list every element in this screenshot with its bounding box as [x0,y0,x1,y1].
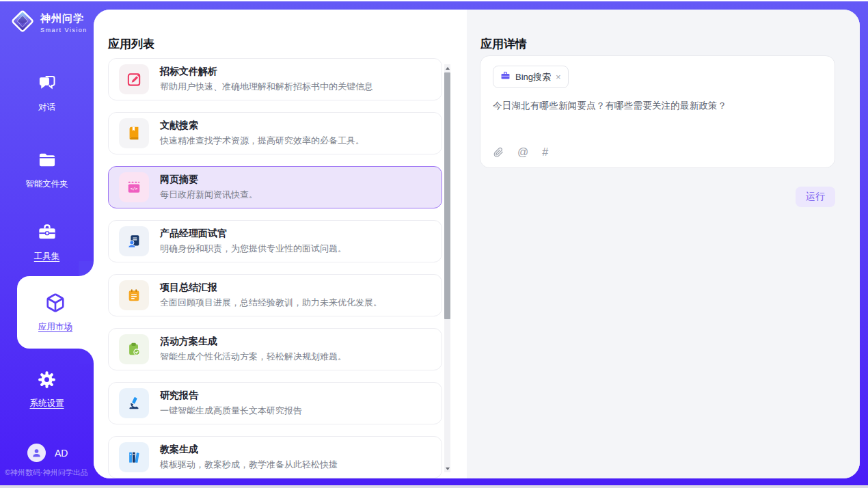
diamond-logo-icon [10,8,36,37]
app-name: 产品经理面试官 [160,228,347,240]
sidebar-item-chat[interactable]: 对话 [0,74,94,113]
app-description: 一键智能生成高质量长文本研究报告 [160,405,302,417]
app-card-event-plan[interactable]: 活动方案生成 智能生成个性化活动方案，轻松解决规划难题。 [108,328,442,370]
sidebar-item-app-market[interactable]: 应用市场 [17,276,94,349]
user-account[interactable]: AD [27,444,68,462]
content-shell: 应用列表 招标文件解析 帮助用户快速、准确地理解和解析招标书中的关键信息 [94,10,860,478]
copyright-text: ©神州数码·神州问学出品 [5,467,88,478]
app-description: 模板驱动，教案秒成，教学准备从此轻松快捷 [160,459,338,471]
app-list: 招标文件解析 帮助用户快速、准确地理解和解析招标书中的关键信息 文献搜索 快速精… [108,58,442,478]
sidebar-item-label: 对话 [38,102,55,113]
prompt-toolbar: @ # [493,147,548,158]
clipboard-check-icon [119,334,149,364]
app-name: 教案生成 [160,444,338,456]
mention-icon[interactable]: @ [517,147,528,158]
list-scrollbar[interactable] [444,64,450,472]
app-card-web-summary[interactable]: </> 网页摘要 每日政府新闻资讯快查。 [108,166,442,208]
user-name: AD [55,448,68,459]
prompt-text[interactable]: 今日湖北有哪些新闻要点？有哪些需要关注的最新政策？ [493,100,822,112]
book-icon [119,118,149,148]
app-description: 帮助用户快速、准确地理解和解析招标书中的关键信息 [160,81,373,93]
note-icon [119,280,149,310]
sidebar-item-settings[interactable]: 系统设置 [0,370,94,409]
chat-icon [38,74,57,96]
briefcase-icon [500,70,511,83]
person-document-icon [119,226,149,256]
app-card-bid-parse[interactable]: 招标文件解析 帮助用户快速、准确地理解和解析招标书中的关键信息 [108,58,442,100]
tab-curve-top [79,261,94,276]
close-icon[interactable]: × [556,72,561,81]
app-detail-title: 应用详情 [480,36,527,52]
sidebar-item-smart-folders[interactable]: 智能文件夹 [0,150,94,190]
sidebar-item-label: 智能文件夹 [25,178,68,190]
prompt-card[interactable]: Bing搜索 × 今日湖北有哪些新闻要点？有哪些需要关注的最新政策？ @ # [480,55,835,168]
attachment-icon[interactable] [493,147,504,158]
app-name: 网页摘要 [160,174,258,186]
app-list-title: 应用列表 [108,36,154,52]
books-icon [119,442,149,472]
app-name: 活动方案生成 [160,336,347,348]
app-card-project-summary[interactable]: 项目总结汇报 全面回顾项目进展，总结经验教训，助力未来优化发展。 [108,274,442,316]
svg-text:</>: </> [131,187,138,191]
logo-title: 神州问学 [40,12,87,25]
sidebar-item-label: 工具集 [34,251,60,262]
app-card-literature-search[interactable]: 文献搜索 快速精准查找学术资源，提高研究效率的必备工具。 [108,112,442,154]
app-logo: 神州问学 Smart Vision [10,8,87,37]
app-card-pm-interviewer[interactable]: 产品经理面试官 明确身份和职责，为您提供专业性的面试问题。 [108,220,442,262]
avatar [27,444,46,462]
app-description: 智能生成个性化活动方案，轻松解决规划难题。 [160,351,347,363]
gear-icon [38,370,56,392]
scroll-up-button[interactable] [444,64,450,72]
tool-tag-bing-search[interactable]: Bing搜索 × [493,66,569,88]
app-list-panel: 应用列表 招标文件解析 帮助用户快速、准确地理解和解析招标书中的关键信息 [94,10,467,478]
logo-subtitle: Smart Vision [40,27,87,33]
app-description: 每日政府新闻资讯快查。 [160,189,258,201]
app-description: 全面回顾项目进展，总结经验教训，助力未来优化发展。 [160,297,382,309]
sidebar-item-label: 系统设置 [30,398,64,409]
app-name: 研究报告 [160,390,302,402]
hash-icon[interactable]: # [542,147,548,158]
app-card-research-report[interactable]: 研究报告 一键智能生成高质量长文本研究报告 [108,382,442,424]
app-card-lesson-plan[interactable]: 教案生成 模板驱动，教案秒成，教学准备从此轻松快捷 [108,436,442,478]
browser-code-icon: </> [119,172,149,202]
app-name: 文献搜索 [160,120,364,132]
edit-square-icon [119,64,149,94]
sidebar-item-label: 应用市场 [38,321,72,333]
scrollbar-thumb[interactable] [444,72,450,319]
app-name: 项目总结汇报 [160,282,382,294]
app-name: 招标文件解析 [160,66,373,78]
microscope-icon [119,388,149,418]
run-button[interactable]: 运行 [796,187,835,207]
scroll-down-button[interactable] [444,465,450,472]
bottom-edge-strip [0,485,868,488]
app-description: 明确身份和职责，为您提供专业性的面试问题。 [160,243,347,255]
tool-tag-label: Bing搜索 [515,71,551,83]
app-detail-panel: 应用详情 Bing搜索 × 今日湖北有哪些新闻要点？有哪些需要关注的最新政策？ [467,10,860,478]
folder-icon [38,150,57,172]
cube-icon [45,293,66,316]
sidebar: 神州问学 Smart Vision 对话 智能文件夹 [0,0,94,488]
tab-curve-bottom [79,349,94,364]
toolbox-icon [38,223,57,245]
sidebar-item-toolset[interactable]: 工具集 [0,223,94,262]
app-description: 快速精准查找学术资源，提高研究效率的必备工具。 [160,135,364,147]
